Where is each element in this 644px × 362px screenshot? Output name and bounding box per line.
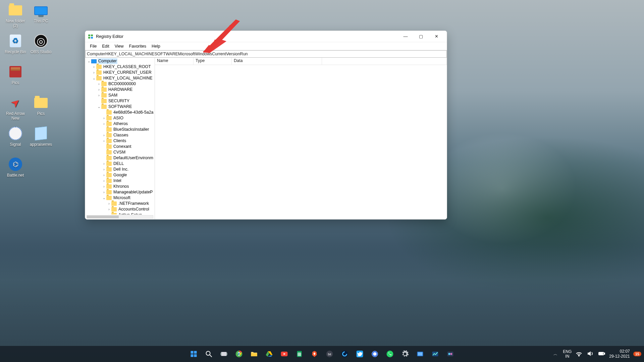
taskbar-twitter[interactable]	[354, 348, 366, 360]
column-type[interactable]: Type	[194, 58, 232, 65]
chevron-right-icon[interactable]: ›	[102, 161, 106, 167]
tree-node[interactable]: CVSM	[85, 149, 155, 155]
chevron-right-icon[interactable]: ›	[102, 172, 106, 178]
chevron-right-icon[interactable]: ›	[102, 132, 106, 138]
taskbar-file-explorer[interactable]	[248, 348, 261, 360]
tree-node[interactable]: ⌄SOFTWARE	[85, 104, 155, 110]
taskbar-youtube[interactable]	[278, 348, 291, 360]
chevron-down-icon[interactable]: ⌄	[92, 75, 96, 81]
taskbar-whatsapp[interactable]	[384, 348, 396, 360]
tray-chevron-icon[interactable]: ︿	[551, 348, 559, 360]
chevron-right-icon[interactable]: ›	[102, 167, 106, 172]
chevron-down-icon[interactable]: ⌄	[97, 104, 101, 110]
tree-node[interactable]: ›Classes	[85, 132, 155, 138]
taskbar-google-drive[interactable]	[263, 348, 276, 360]
maximize-button[interactable]: ▢	[413, 32, 429, 42]
taskbar-chrome[interactable]	[233, 348, 246, 360]
tree-node[interactable]: ›ManageableUpdateP	[85, 189, 155, 195]
tree-node[interactable]: ⌄HKEY_LOCAL_MACHINE	[85, 75, 155, 81]
tree-node[interactable]: ›Khronos	[85, 184, 155, 189]
tree-node[interactable]: ›HKEY_CLASSES_ROOT	[85, 64, 155, 70]
chevron-right-icon[interactable]: ›	[102, 121, 106, 127]
desktop-icon-new-folder-2[interactable]: New folder (2)	[3, 3, 28, 28]
tree-node[interactable]: ›Intel	[85, 178, 155, 184]
taskbar-crunchyroll[interactable]	[338, 348, 351, 360]
taskbar-task-view-button[interactable]	[218, 348, 230, 360]
volume-icon[interactable]	[586, 350, 594, 359]
menu-view[interactable]: View	[112, 43, 126, 49]
taskbar-sheets[interactable]	[293, 348, 306, 360]
desktop-icon-pics-rar[interactable]: Pics	[3, 64, 28, 85]
desktop-icon-pics-folder[interactable]: Pics	[29, 95, 53, 116]
column-data[interactable]: Data	[232, 58, 322, 65]
clock[interactable]: 02:07 29-12-2021	[609, 349, 630, 359]
tree-horizontal-scrollbar[interactable]	[87, 215, 153, 219]
notification-badge[interactable]: 15	[633, 352, 641, 356]
menu-file[interactable]: File	[87, 43, 99, 49]
chevron-right-icon[interactable]: ›	[97, 81, 101, 87]
chevron-right-icon[interactable]: ›	[92, 64, 96, 70]
taskbar-bitwarden[interactable]: bit	[323, 348, 336, 360]
menu-favorites[interactable]: Favorites	[126, 43, 149, 49]
tree-node[interactable]: ⌄Microsoft	[85, 195, 155, 201]
chevron-right-icon[interactable]: ›	[102, 115, 106, 121]
menu-help[interactable]: Help	[149, 43, 163, 49]
menu-edit[interactable]: Edit	[99, 43, 112, 49]
taskbar-stocks[interactable]	[429, 348, 442, 360]
wifi-icon[interactable]	[575, 350, 583, 359]
taskbar-search-button[interactable]	[203, 348, 215, 360]
tree-node[interactable]: ›HARDWARE	[85, 87, 155, 93]
chevron-right-icon[interactable]: ›	[107, 201, 111, 206]
list-header[interactable]: Name Type Data	[155, 58, 447, 65]
column-name[interactable]: Name	[155, 58, 194, 65]
minimize-button[interactable]: ―	[398, 32, 413, 42]
tree-node[interactable]: ›Atheros	[85, 121, 155, 127]
tree-node[interactable]: ›DELL	[85, 161, 155, 167]
taskbar-start-button[interactable]	[187, 348, 200, 360]
close-button[interactable]: ✕	[429, 32, 444, 42]
chevron-right-icon[interactable]: ›	[97, 93, 101, 98]
tree-node[interactable]: ›AccountsControl	[85, 206, 155, 212]
tree-node[interactable]: ›ASIO	[85, 115, 155, 121]
taskbar-brave[interactable]	[308, 348, 321, 360]
tree-node[interactable]: ›HKEY_CURRENT_USER	[85, 70, 155, 75]
chevron-right-icon[interactable]: ›	[102, 178, 106, 184]
chevron-right-icon[interactable]: ›	[102, 184, 106, 189]
chevron-down-icon[interactable]: ⌄	[87, 58, 91, 64]
tree-node[interactable]: 4e68d05e-43d6-5a2a	[85, 110, 155, 115]
tree-node[interactable]: ›Dell Inc.	[85, 167, 155, 172]
desktop-icon-appraiserres[interactable]: appraiserres	[29, 126, 53, 147]
chevron-right-icon[interactable]: ›	[107, 212, 111, 215]
tree-node[interactable]: ›Clients	[85, 138, 155, 144]
registry-tree[interactable]: ⌄Computer›HKEY_CLASSES_ROOT›HKEY_CURRENT…	[85, 58, 155, 215]
desktop-icon-recycle-bin[interactable]: ♻Recycle Bin	[3, 34, 28, 54]
desktop-icon-obs-studio[interactable]: ◎OBS Studio	[29, 34, 53, 54]
chevron-right-icon[interactable]: ›	[97, 87, 101, 93]
taskbar-lively[interactable]	[444, 348, 457, 360]
taskbar-signal[interactable]	[369, 348, 381, 360]
language-indicator[interactable]: ENG IN	[563, 349, 572, 359]
desktop-icon-red-arrow-new[interactable]: ➤Red Arrow New	[3, 95, 28, 121]
chevron-right-icon[interactable]: ›	[107, 206, 111, 212]
address-bar[interactable]: ComputerHKEY_LOCAL_MACHINESOFTWAREMicros…	[85, 50, 447, 58]
tree-node[interactable]: ⌄Computer	[85, 58, 155, 64]
tree-node[interactable]: ›BCD00000000	[85, 81, 155, 87]
tree-node[interactable]: ›SAM	[85, 93, 155, 98]
tree-node[interactable]: ›.NETFramework	[85, 201, 155, 206]
chevron-down-icon[interactable]: ⌄	[102, 195, 106, 201]
chevron-right-icon[interactable]: ›	[102, 138, 106, 144]
tree-node[interactable]: SECURITY	[85, 98, 155, 104]
desktop-icon-battle-net[interactable]: ⌬Battle.net	[3, 157, 28, 178]
chevron-right-icon[interactable]: ›	[102, 189, 106, 195]
tree-node[interactable]: ›Active Setup	[85, 212, 155, 215]
tree-node[interactable]: DefaultUserEnvironm	[85, 155, 155, 161]
window-titlebar[interactable]: Registry Editor ― ▢ ✕	[85, 31, 447, 42]
chevron-right-icon[interactable]: ›	[92, 70, 96, 75]
desktop-icon-this-pc[interactable]: This PC	[29, 3, 53, 23]
battery-icon[interactable]	[598, 350, 606, 359]
taskbar-screenshot[interactable]	[414, 348, 427, 360]
tree-node[interactable]: BlueStacksInstaller	[85, 127, 155, 132]
taskbar-settings[interactable]	[399, 348, 412, 360]
scrollbar-thumb[interactable]	[87, 216, 119, 218]
tree-node[interactable]: ›Google	[85, 172, 155, 178]
